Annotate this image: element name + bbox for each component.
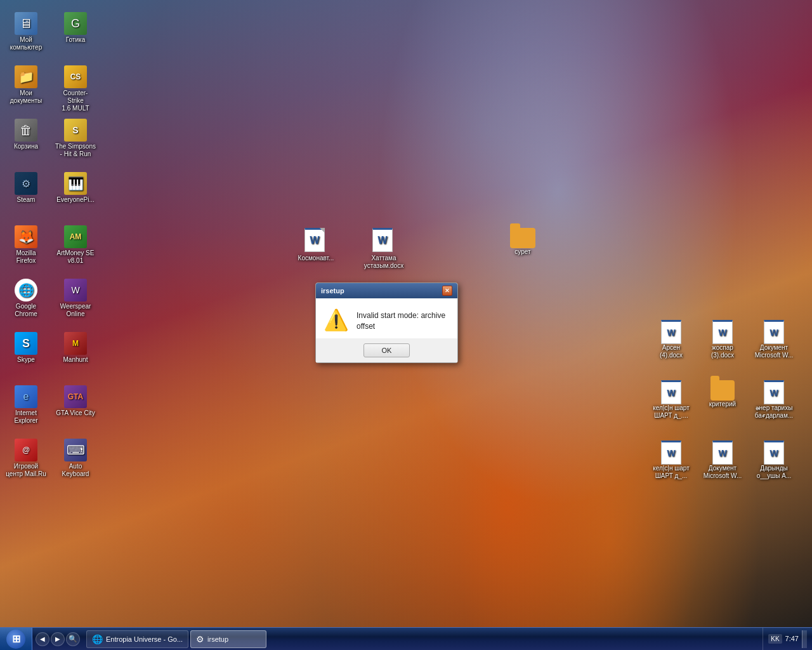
icon-zhospar[interactable]: W жоспар(3).docx (700, 317, 745, 375)
icon-darindy[interactable]: W Дарындыо__ушы А... (751, 438, 797, 495)
icon-label: сурет (514, 248, 530, 256)
word-icon: W (712, 441, 733, 465)
word-file-icon: W (372, 228, 395, 255)
icon-igrovoy[interactable]: @ Игровойцентр Mail.Ru (3, 436, 49, 488)
taskbar-item-label: irsetup (207, 635, 228, 643)
lang-indicator: KK (768, 634, 782, 644)
folder-icon (510, 228, 535, 248)
word-icon: W (661, 320, 681, 344)
icon-kel-shart2[interactable]: W кел|с|н шартШАРТ д_... (648, 438, 694, 495)
desktop-icons-middle: W Космонавт... W Хаттамаустазым.docx (293, 225, 407, 272)
icon-my-computer[interactable]: 🖥 Мойкомпьютер (3, 10, 49, 62)
dialog-buttons: OK (316, 338, 457, 362)
word-icon: W (764, 380, 784, 404)
icon-label: кел|с|н шартШАРТ д_.... (653, 404, 690, 420)
irsetup-icon: ⚙ (196, 634, 204, 644)
icon-my-docs[interactable]: 📁 Моидокументы (3, 63, 49, 115)
keyboard-icon: ⌨ (64, 439, 87, 461)
weerspear-icon: W (64, 279, 87, 302)
icon-label: Арсен(4).docx (660, 344, 683, 359)
show-desktop-button[interactable] (802, 630, 807, 648)
icon-document-mw[interactable]: W ДокументMicrosoft W... (751, 317, 797, 375)
word-file-icon: W (304, 228, 327, 255)
icon-manhunt[interactable]: M Manhunt (53, 329, 98, 381)
icon-label: Моидокументы (10, 90, 43, 105)
icon-label: Мойкомпьютер (10, 36, 42, 51)
firefox-icon: 🦊 (15, 225, 37, 248)
icon-label: GTA Vice City (56, 409, 95, 417)
icon-simpsons[interactable]: S The Simpsons- Hit & Run (53, 116, 98, 168)
skype-icon: S (15, 332, 37, 355)
word-icon: W (661, 380, 681, 404)
icon-kriteriy[interactable]: критерий (700, 378, 745, 435)
icon-weerspear[interactable]: W WeerspearOnline (53, 276, 98, 328)
icon-counterstrike[interactable]: CS Counter-Strike1.6 MULT (53, 63, 98, 115)
taskbar-item-irsetup[interactable]: ⚙ irsetup (190, 630, 266, 648)
icon-suret[interactable]: сурет (500, 225, 546, 258)
icon-label: The Simpsons- Hit & Run (55, 143, 96, 158)
icon-label: ДокументMicrosoft W... (755, 344, 794, 359)
dialog-close-button[interactable]: ✕ (442, 286, 452, 296)
icon-aner-tarihy[interactable]: W әнер тарихыбағдарлам... (751, 378, 797, 435)
icon-everyone-piano[interactable]: 🎹 EveryonePi... (53, 169, 98, 222)
icon-trash[interactable]: 🗑 Корзина (3, 116, 49, 168)
icon-label: ДокументMicrosoft W... (704, 465, 742, 480)
taskbar-items: 🌐 Entropia Universe - Go... ⚙ irsetup (83, 628, 763, 650)
icon-label: Manhunt (63, 356, 88, 364)
steam-icon: ⚙ (15, 172, 37, 195)
icon-label: Дарындыо__ушы А... (757, 465, 792, 480)
icon-label: әнер тарихыбағдарлам... (755, 404, 793, 420)
icon-label: GoogleChrome (15, 303, 37, 318)
icon-ie[interactable]: e InternetExplorer (3, 383, 49, 435)
icon-label: Игровойцентр Mail.Ru (6, 463, 46, 478)
icon-label: Готика (66, 36, 85, 44)
icon-document-mw2[interactable]: W ДокументMicrosoft W... (700, 438, 745, 495)
icon-steam[interactable]: ⚙ Steam (3, 169, 49, 222)
icon-label: Космонавт... (298, 255, 334, 262)
icon-firefox[interactable]: 🦊 Mozilla Firefox (3, 223, 49, 275)
icon-gta[interactable]: GTA GTA Vice City (53, 383, 98, 435)
taskbar: ⊞ ◀ ▶ 🔍 🌐 Entropia Universe - Go... ⚙ ir… (0, 627, 812, 650)
manhunt-icon: M (64, 332, 87, 355)
icon-label: AutoKeyboard (62, 463, 89, 478)
piano-icon: 🎹 (64, 172, 87, 195)
word-icon: W (712, 320, 733, 344)
game-icon: CS (64, 65, 87, 88)
game-icon: G (64, 12, 87, 35)
icon-skype[interactable]: S Skype (3, 329, 49, 381)
trash-icon: 🗑 (15, 119, 37, 142)
icon-label: Counter-Strike1.6 MULT (55, 90, 96, 112)
icon-label: Mozilla Firefox (6, 249, 46, 265)
chrome-icon: 🌐 (15, 279, 37, 302)
icon-kosmonavt[interactable]: W Космонавт... (293, 225, 339, 265)
icon-hattama[interactable]: W Хаттамаустазым.docx (361, 225, 407, 272)
icon-arsen[interactable]: W Арсен(4).docx (648, 317, 694, 375)
taskbar-forward-button[interactable]: ▶ (51, 632, 65, 646)
irsetup-dialog: irsetup ✕ ⚠️ Invalid start mode: archive… (315, 282, 458, 363)
icon-artmoney[interactable]: AM ArtMoney SEv8.01 (53, 223, 98, 275)
desktop-icons-right: W Арсен(4).docx W жоспар(3).docx W Докум… (648, 317, 799, 495)
start-button[interactable]: ⊞ (0, 628, 32, 651)
icon-label: Skype (17, 356, 35, 364)
icon-gothic[interactable]: G Готика (53, 10, 98, 62)
computer-icon: 🖥 (15, 12, 37, 35)
icon-label: Steam (17, 196, 36, 204)
icon-label: кел|с|н шартШАРТ д_... (653, 465, 690, 480)
icon-auto-keyboard[interactable]: ⌨ AutoKeyboard (53, 436, 98, 488)
taskbar-navigation: ◀ ▶ 🔍 (32, 628, 83, 650)
mail-games-icon: @ (15, 439, 37, 461)
icon-chrome[interactable]: 🌐 GoogleChrome (3, 276, 49, 328)
entropia-icon: 🌐 (92, 634, 103, 644)
taskbar-back-button[interactable]: ◀ (36, 632, 49, 646)
gta-icon: GTA (64, 385, 87, 408)
word-icon: W (764, 320, 784, 344)
icon-label: WeerspearOnline (60, 303, 91, 318)
icon-label: жоспар(3).docx (711, 344, 734, 359)
warning-icon: ⚠️ (324, 308, 349, 332)
icon-label: Корзина (14, 143, 38, 150)
system-tray: KK 7:47 (763, 628, 812, 650)
icon-kel-shart[interactable]: W кел|с|н шартШАРТ д_.... (648, 378, 694, 435)
ok-button[interactable]: OK (363, 343, 410, 357)
taskbar-item-entropia[interactable]: 🌐 Entropia Universe - Go... (86, 630, 188, 648)
taskbar-search-button[interactable]: 🔍 (66, 632, 80, 646)
